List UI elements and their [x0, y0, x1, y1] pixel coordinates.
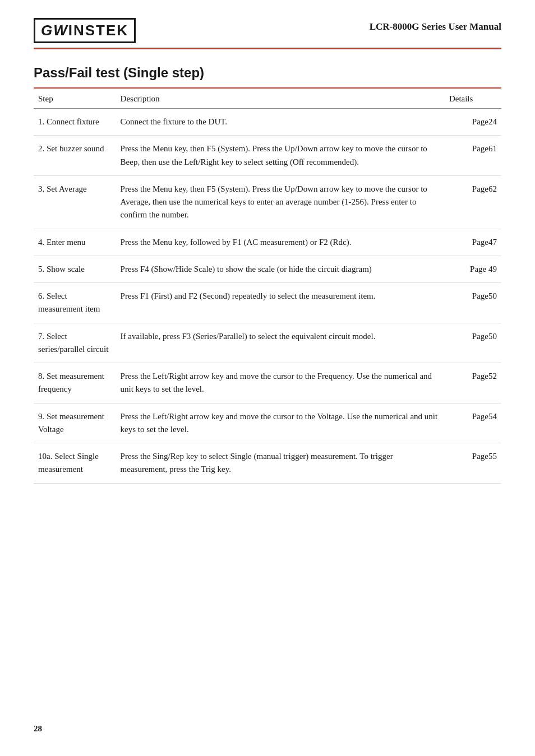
cell-step: 2. Set buzzer sound	[34, 136, 116, 176]
cell-description: Press F1 (First) and F2 (Second) repeate…	[116, 283, 445, 323]
cell-step: 6. Select measurement item	[34, 283, 116, 323]
table-row: 7. Select series/parallel circuitIf avai…	[34, 323, 501, 363]
cell-step: 9. Set measurement Voltage	[34, 403, 116, 443]
header-title: LCR-8000G Series User Manual	[370, 21, 501, 33]
cell-description: Press the Menu key, followed by F1 (AC m…	[116, 229, 445, 256]
cell-step: 8. Set measurement frequency	[34, 363, 116, 403]
table-row: 6. Select measurement itemPress F1 (Firs…	[34, 283, 501, 323]
cell-details: Page62	[445, 175, 501, 229]
cell-step: 4. Enter menu	[34, 229, 116, 256]
table-row: 3. Set AveragePress the Menu key, then F…	[34, 175, 501, 229]
page-number: 28	[34, 724, 42, 734]
cell-step: 10a. Select Single measurement	[34, 443, 116, 484]
col-header-desc: Description	[116, 89, 445, 109]
logo: GWINSTEK	[34, 18, 136, 43]
cell-description: Press the Menu key, then F5 (System). Pr…	[116, 175, 445, 229]
content-table: Step Description Details 1. Connect fixt…	[34, 89, 501, 484]
cell-step: 3. Set Average	[34, 175, 116, 229]
cell-step: 5. Show scale	[34, 256, 116, 282]
cell-details: Page52	[445, 363, 501, 403]
page-container: GWINSTEK LCR-8000G Series User Manual Pa…	[0, 0, 535, 756]
cell-description: Press the Left/Right arrow key and move …	[116, 403, 445, 443]
cell-details: Page54	[445, 403, 501, 443]
cell-details: Page47	[445, 229, 501, 256]
cell-details: Page 49	[445, 256, 501, 282]
cell-details: Page61	[445, 136, 501, 176]
table-row: 5. Show scalePress F4 (Show/Hide Scale) …	[34, 256, 501, 282]
cell-description: Press F4 (Show/Hide Scale) to show the s…	[116, 256, 445, 282]
cell-description: Connect the fixture to the DUT.	[116, 109, 445, 136]
header: GWINSTEK LCR-8000G Series User Manual	[34, 18, 501, 43]
cell-details: Page24	[445, 109, 501, 136]
table-row: 4. Enter menuPress the Menu key, followe…	[34, 229, 501, 256]
table-row: 9. Set measurement VoltagePress the Left…	[34, 403, 501, 443]
table-row: 10a. Select Single measurementPress the …	[34, 443, 501, 484]
logo-gw: GW	[41, 22, 68, 39]
cell-description: Press the Sing/Rep key to select Single …	[116, 443, 445, 484]
page-title: Pass/Fail test (Single step)	[34, 65, 501, 81]
table-row: 2. Set buzzer soundPress the Menu key, t…	[34, 136, 501, 176]
table-row: 8. Set measurement frequencyPress the Le…	[34, 363, 501, 403]
table-row: 1. Connect fixtureConnect the fixture to…	[34, 109, 501, 136]
cell-step: 1. Connect fixture	[34, 109, 116, 136]
cell-details: Page50	[445, 323, 501, 363]
table-body: 1. Connect fixtureConnect the fixture to…	[34, 109, 501, 484]
cell-description: Press the Menu key, then F5 (System). Pr…	[116, 136, 445, 176]
logo-instek: INSTEK	[68, 22, 128, 39]
col-header-step: Step	[34, 89, 116, 109]
cell-details: Page50	[445, 283, 501, 323]
cell-description: Press the Left/Right arrow key and move …	[116, 363, 445, 403]
cell-step: 7. Select series/parallel circuit	[34, 323, 116, 363]
table-header: Step Description Details	[34, 89, 501, 109]
cell-description: If available, press F3 (Series/Parallel)…	[116, 323, 445, 363]
cell-details: Page55	[445, 443, 501, 484]
col-header-details: Details	[445, 89, 501, 109]
header-divider	[34, 48, 501, 49]
